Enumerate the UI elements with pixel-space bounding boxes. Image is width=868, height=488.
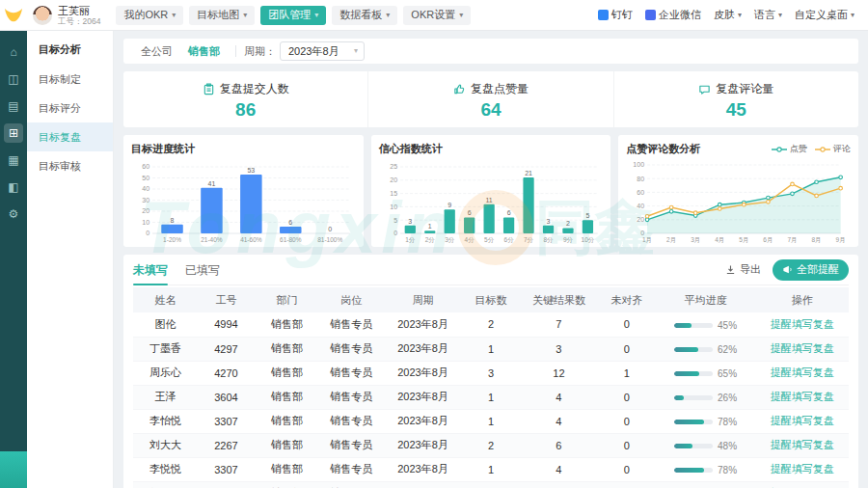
legend-item[interactable]: 点赞 <box>772 143 807 155</box>
data-point <box>646 214 650 218</box>
stat-comment-count: 复盘评论量45 <box>613 71 858 127</box>
chart-card: 信心指数统计051015202531分12分93分64分115分66分217分3… <box>371 135 611 247</box>
cell-post: 销售专员 <box>319 409 384 433</box>
chart-label: 80 <box>637 176 645 182</box>
rail-item-layers[interactable]: ◧ <box>4 177 23 197</box>
nav-tab-team-manage[interactable]: 团队管理▾ <box>260 6 326 25</box>
rail-bottom-decoration <box>0 451 27 488</box>
sidebar-item-goal-making[interactable]: 目标制定 <box>27 65 113 94</box>
chart-canvas: 0204060801001月2月3月4月5月6月7月8月9月 <box>626 157 851 244</box>
menu-label: 皮肤 <box>714 8 735 22</box>
rail-item-doc[interactable]: ▤ <box>4 96 23 116</box>
chart-label: 0 <box>393 230 397 237</box>
chart-card: 点赞评论数分析点赞评论0204060801001月2月3月4月5月6月7月8月9… <box>618 135 858 247</box>
cell-progress: 45% <box>656 312 756 337</box>
topbar-menu-skin[interactable]: 皮肤▾ <box>714 8 742 22</box>
cell-period: 2023年8月 <box>384 409 463 433</box>
sidebar-item-goal-review[interactable]: 目标复盘 <box>27 122 113 151</box>
cell-action: 提醒填写复盘 <box>755 409 849 433</box>
cell-post: 销售专员 <box>319 385 384 409</box>
bar <box>562 228 573 233</box>
chart-label: 0 <box>146 230 149 237</box>
user-name: 王芙丽 <box>58 5 100 16</box>
stat-value: 45 <box>726 100 746 119</box>
table-card: 未填写已填写 导出 全部提醒 <box>123 255 858 488</box>
cell-post: 销售专员 <box>319 457 384 481</box>
progress-track <box>674 395 713 400</box>
column-header: 工号 <box>198 287 255 312</box>
topbar-menu-dingtalk[interactable]: 钉钉 <box>598 8 633 22</box>
chart-label: 10 <box>142 219 149 226</box>
rail-item-monitor[interactable]: ▦ <box>4 150 23 170</box>
column-header: 平均进度 <box>656 287 756 312</box>
column-header: 操作 <box>755 287 849 312</box>
user-info[interactable]: 王芙丽 工号：2064 <box>27 5 106 26</box>
chart-head: 点赞评论数分析点赞评论 <box>626 142 851 156</box>
nav-tab-goal-map[interactable]: 目标地图▾ <box>189 6 255 25</box>
progress-track <box>674 323 713 328</box>
cell-key-results: 3 <box>520 337 599 361</box>
remind-row-link[interactable]: 提醒填写复盘 <box>771 463 834 474</box>
remind-all-label: 全部提醒 <box>797 262 839 277</box>
topbar-menu-custom-desktop[interactable]: 自定义桌面▾ <box>795 8 854 22</box>
chart-label: 25 <box>390 164 397 171</box>
chart-label: 81-100% <box>317 236 342 243</box>
cell-emp-id: 3604 <box>198 385 255 409</box>
chevron-down-icon: ▾ <box>738 12 742 19</box>
progress-track <box>674 347 713 352</box>
nav-tab-my-okr[interactable]: 我的OKR▾ <box>116 6 183 25</box>
rail-item-settings[interactable]: ⚙ <box>4 204 23 224</box>
chevron-down-icon: ▾ <box>314 12 318 19</box>
data-table: 姓名工号部门岗位周期目标数关键结果数未对齐平均进度操作 图伦4994销售部销售专… <box>133 287 849 488</box>
logo-icon <box>3 6 24 25</box>
export-button[interactable]: 导出 <box>725 262 761 277</box>
app-logo[interactable] <box>0 6 27 25</box>
chart-label: 5月 <box>740 236 749 244</box>
download-icon <box>725 264 736 275</box>
remind-row-link[interactable]: 提醒填写复盘 <box>771 391 834 402</box>
bar <box>483 204 494 233</box>
cell-goals: 3 <box>462 361 519 385</box>
remind-all-button[interactable]: 全部提醒 <box>773 259 849 281</box>
sidebar-item-goal-audit[interactable]: 目标审核 <box>27 151 113 180</box>
doc-icon: ▤ <box>8 99 18 113</box>
chart-label: 1-20% <box>163 236 181 243</box>
bar <box>444 209 454 233</box>
scope-tab-sales-dept[interactable]: 销售部 <box>180 44 228 59</box>
cell-period: 2023年8月 <box>384 337 463 361</box>
remind-row-link[interactable]: 提醒填写复盘 <box>771 342 834 354</box>
table-row: 李悦悦3307销售部销售专员2023年8月14078%提醒填写复盘 <box>133 457 849 481</box>
table-tab-filled[interactable]: 已填写 <box>185 255 220 285</box>
column-header: 目标数 <box>462 287 519 312</box>
cell-key-results: 7 <box>520 312 599 337</box>
remind-row-link[interactable]: 提醒填写复盘 <box>771 366 834 378</box>
chart-title: 目标进度统计 <box>131 142 195 156</box>
nav-tab-okr-settings[interactable]: OKR设置▾ <box>403 6 471 25</box>
topbar-menu-wecom[interactable]: 企业微信 <box>645 8 701 22</box>
legend-item[interactable]: 评论 <box>815 143 851 155</box>
chart-label: 10分 <box>581 236 594 243</box>
remind-row-link[interactable]: 提醒填写复盘 <box>771 318 834 330</box>
period-select[interactable]: 2023年8月 ▾ <box>280 41 365 61</box>
remind-row-link[interactable]: 提醒填写复盘 <box>771 439 834 450</box>
sidebar-item-goal-scoring[interactable]: 目标评分 <box>27 94 113 122</box>
sidebar-section-title: 目标分析 <box>27 31 113 65</box>
rail-item-org[interactable]: ◫ <box>4 69 23 89</box>
scope-tab-all-company[interactable]: 全公司 <box>133 44 180 59</box>
sidebar: 目标分析 目标制定目标评分目标复盘目标审核 <box>27 31 114 488</box>
remind-row-link[interactable]: 提醒填写复盘 <box>771 415 834 426</box>
cell-period: 2023年8月 <box>384 433 463 457</box>
nav-tab-data-board[interactable]: 数据看板▾ <box>332 6 397 25</box>
topbar-menu-language[interactable]: 语言▾ <box>754 8 782 22</box>
chart-label: 6 <box>288 219 292 226</box>
bar <box>543 226 554 233</box>
rail-item-home[interactable]: ⌂ <box>4 42 23 62</box>
cell-unaligned: 0 <box>598 433 655 457</box>
chart-label: 15 <box>390 190 397 197</box>
table-tab-not-filled[interactable]: 未填写 <box>133 255 168 285</box>
nav-tab-label: 目标地图 <box>197 8 239 22</box>
progress: 45% <box>674 320 737 331</box>
progress: 78% <box>674 417 737 427</box>
rail-item-workbench[interactable]: ⊞ <box>4 123 23 143</box>
menu-label: 语言 <box>754 8 775 22</box>
